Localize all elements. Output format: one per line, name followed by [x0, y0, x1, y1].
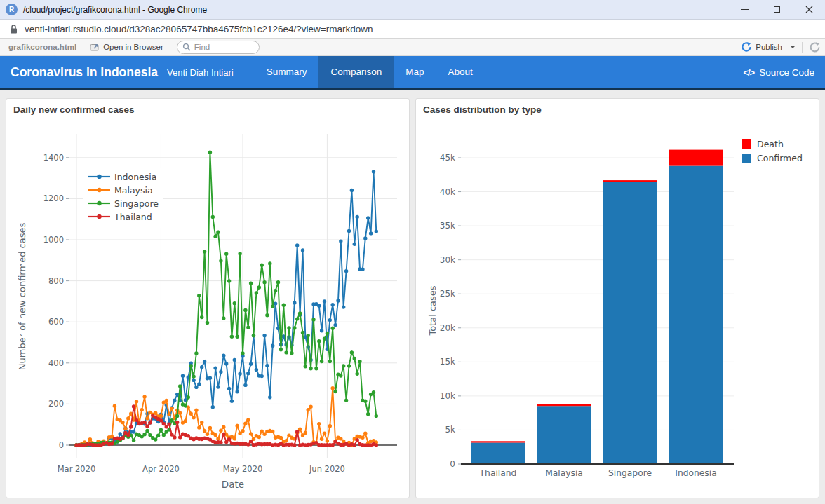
- svg-text:Thailand: Thailand: [114, 212, 152, 222]
- refresh-icon: [809, 41, 821, 53]
- svg-text:25k: 25k: [440, 289, 455, 299]
- tab-about[interactable]: About: [436, 56, 485, 88]
- chrome-app-window: R /cloud/project/grafikcorona.html - Goo…: [0, 0, 825, 504]
- svg-text:Death: Death: [757, 139, 784, 149]
- daily-cases-panel-title: Daily new confirmed cases: [6, 99, 409, 121]
- svg-text:Date: Date: [222, 479, 244, 490]
- maximize-button[interactable]: [760, 0, 793, 19]
- svg-text:Malaysia: Malaysia: [114, 185, 153, 196]
- daily-cases-line-chart[interactable]: Mar 2020Apr 2020May 2020Jun 202002004006…: [6, 121, 409, 498]
- window-titlebar: R /cloud/project/grafikcorona.html - Goo…: [0, 0, 825, 19]
- source-code-label: Source Code: [759, 67, 814, 78]
- close-button[interactable]: [793, 0, 825, 19]
- window-title: /cloud/project/grafikcorona.html - Googl…: [23, 5, 207, 15]
- svg-text:Apr 2020: Apr 2020: [142, 464, 180, 474]
- source-code-button[interactable]: </> Source Code: [743, 67, 814, 78]
- dashboard-title: Coronavirus in Indonesia: [11, 65, 158, 80]
- svg-text:Singapore: Singapore: [608, 468, 652, 478]
- svg-text:20k: 20k: [440, 323, 455, 333]
- svg-text:Number of new confirmed cases: Number of new confirmed cases: [17, 223, 27, 371]
- svg-text:600: 600: [48, 317, 64, 327]
- tab-comparison[interactable]: Comparison: [318, 56, 394, 88]
- svg-text:1400: 1400: [43, 153, 64, 163]
- svg-text:800: 800: [48, 276, 64, 286]
- dashboard-content: Daily new confirmed cases Mar 2020Apr 20…: [0, 90, 825, 504]
- svg-text:Thailand: Thailand: [479, 468, 517, 478]
- svg-text:Indonesia: Indonesia: [675, 468, 716, 478]
- svg-text:1000: 1000: [43, 235, 64, 245]
- minimize-button[interactable]: [728, 0, 760, 19]
- refresh-button[interactable]: [809, 41, 821, 53]
- toolbar-separator: [83, 42, 83, 53]
- search-icon: [182, 43, 191, 51]
- svg-text:400: 400: [48, 358, 64, 368]
- svg-text:Indonesia: Indonesia: [114, 172, 156, 182]
- minimize-icon: [741, 9, 749, 10]
- dashboard-author: Venti Diah Intiari: [167, 67, 234, 78]
- cases-distribution-panel: Cases distribution by type 05k10k15k20k2…: [415, 98, 819, 498]
- svg-text:Mar 2020: Mar 2020: [58, 464, 96, 474]
- close-icon: [805, 6, 813, 13]
- find-input[interactable]: [194, 43, 250, 51]
- open-in-browser-label: Open in Browser: [103, 43, 163, 51]
- toolbar-separator: [170, 42, 170, 53]
- code-icon: </>: [743, 67, 754, 78]
- svg-text:200: 200: [48, 399, 64, 409]
- publish-label: Publish: [756, 43, 782, 51]
- svg-text:Confirmed: Confirmed: [757, 153, 803, 163]
- address-bar[interactable]: venti-intiari.rstudio.cloud/d328ac280657…: [0, 19, 825, 39]
- cases-distribution-panel-title: Cases distribution by type: [416, 99, 819, 121]
- svg-text:Singapore: Singapore: [114, 198, 159, 209]
- svg-text:May 2020: May 2020: [223, 464, 263, 474]
- svg-text:5k: 5k: [445, 425, 455, 435]
- chevron-down-icon: [790, 46, 796, 48]
- maximize-icon: [774, 6, 780, 13]
- lock-icon: [9, 24, 18, 34]
- daily-cases-panel: Daily new confirmed cases Mar 2020Apr 20…: [6, 98, 410, 498]
- viewer-toolbar: grafikcorona.html Open in Browser: [0, 39, 825, 56]
- tab-map[interactable]: Map: [394, 56, 436, 88]
- svg-text:10k: 10k: [440, 391, 455, 401]
- svg-text:0: 0: [59, 440, 64, 450]
- tab-summary[interactable]: Summary: [255, 56, 319, 88]
- svg-text:35k: 35k: [440, 221, 455, 231]
- svg-text:15k: 15k: [440, 357, 455, 367]
- svg-text:0: 0: [450, 459, 455, 469]
- dashboard-navbar: Coronavirus in Indonesia Venti Diah Inti…: [0, 56, 825, 90]
- svg-text:40k: 40k: [440, 187, 455, 197]
- toolbar-separator: [802, 42, 803, 53]
- nav-tabs: SummaryComparisonMapAbout: [255, 56, 485, 88]
- cases-distribution-bar-chart[interactable]: 05k10k15k20k25k30k35k40k45kThailandMalay…: [416, 121, 819, 498]
- open-in-browser-icon: [90, 43, 100, 51]
- svg-text:Malaysia: Malaysia: [545, 468, 583, 478]
- svg-text:30k: 30k: [440, 255, 455, 265]
- rstudio-logo-icon: R: [6, 4, 18, 15]
- svg-text:1200: 1200: [43, 193, 64, 203]
- publish-icon: [741, 41, 752, 53]
- svg-text:Total cases: Total cases: [427, 285, 438, 336]
- svg-text:45k: 45k: [440, 153, 455, 163]
- svg-text:Jun 2020: Jun 2020: [309, 464, 345, 474]
- find-box[interactable]: [177, 41, 260, 54]
- publish-button[interactable]: Publish: [741, 41, 796, 53]
- url-text: venti-intiari.rstudio.cloud/d328ac280657…: [25, 24, 373, 34]
- file-name-label: grafikcorona.html: [8, 43, 76, 51]
- open-in-browser-button[interactable]: Open in Browser: [90, 43, 163, 51]
